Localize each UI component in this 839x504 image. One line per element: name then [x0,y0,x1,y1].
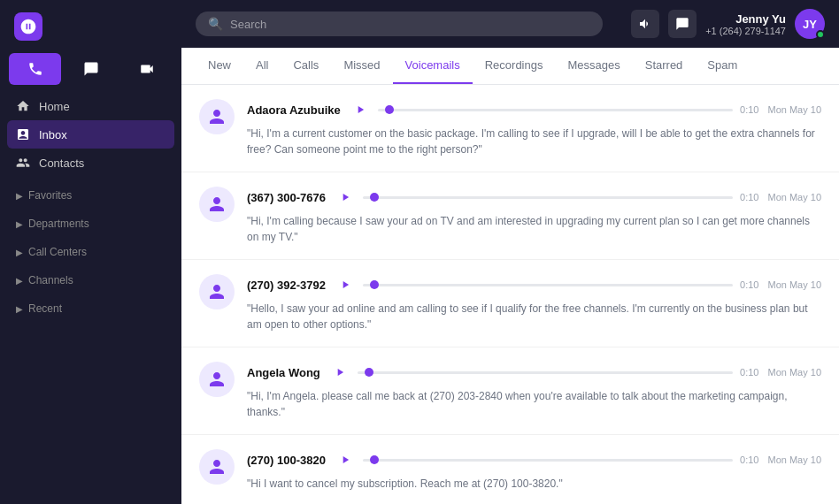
vm-caller-name: (270) 392-3792 [247,279,326,292]
vm-date: Mon May 10 [767,454,821,465]
voicemail-item: (270) 392-3792 0:10 Mon May 10 "Hello, I… [181,260,839,347]
logo-area [0,0,181,53]
vm-top: (270) 392-3792 0:10 Mon May 10 [247,274,821,295]
tab-missed[interactable]: Missed [331,48,392,84]
vm-progress-dot [385,105,394,114]
message-btn[interactable] [668,10,697,38]
sidebar-section-channels[interactable]: ▶ Channels [0,262,181,290]
voicemail-list: Adaora Azubuike 0:10 Mon May 10 "Hi, I'm… [181,85,839,504]
vm-play-button[interactable] [329,362,350,383]
vm-player: 0:10 [335,449,759,470]
vm-progress-bar[interactable] [358,371,733,374]
vm-transcript: "Hi, I'm calling because I saw your ad o… [247,213,821,245]
tab-starred[interactable]: Starred [633,48,696,84]
header-right: Jenny Yu +1 (264) 279-1147 JY [631,9,825,39]
sidebar-tab-bar [0,53,181,85]
vm-caller-name: Adaora Azubuike [247,103,341,117]
vm-player: 0:10 [329,362,759,383]
vm-transcript: "Hi, I'm a current customer on the basic… [247,126,821,157]
app-logo [14,12,42,41]
phone-tab-btn[interactable] [9,53,61,85]
search-input[interactable] [230,18,590,31]
vm-progress-bar[interactable] [363,284,733,286]
tab-recordings[interactable]: Recordings [473,48,556,84]
vm-top: Angela Wong 0:10 Mon May 10 [247,362,821,383]
sidebar-item-home[interactable]: Home [7,92,174,120]
vm-play-button[interactable] [335,449,356,470]
voicemail-item: (270) 100-3820 0:10 Mon May 10 "Hi I wan… [181,435,839,504]
chat-tab-btn[interactable] [65,53,117,85]
vm-caller-name: Angela Wong [247,366,320,379]
search-bar: 🔍 [196,11,603,36]
sidebar-section-favorites[interactable]: ▶ Favorites [0,177,181,205]
vm-top: (367) 300-7676 0:10 Mon May 10 [247,187,821,208]
vm-player: 0:10 [335,187,759,208]
sidebar-item-contacts[interactable]: Contacts [7,149,174,177]
tab-all[interactable]: All [243,48,281,84]
tab-calls[interactable]: Calls [281,48,331,84]
tab-messages[interactable]: Messages [555,48,632,84]
tab-spam[interactable]: Spam [695,48,750,84]
vm-progress-dot [370,280,379,289]
vm-transcript: "Hello, I saw your ad online and am call… [247,301,821,332]
speaker-btn[interactable] [631,10,659,38]
vm-progress-dot [370,455,379,464]
vm-avatar [199,362,235,397]
vm-progress-dot [365,368,373,377]
vm-player: 0:10 [335,274,759,295]
vm-date: Mon May 10 [767,104,821,115]
vm-play-button[interactable] [335,274,356,295]
vm-transcript: "Hi I want to cancel my subscription. Re… [247,476,821,492]
tab-new[interactable]: New [196,48,243,84]
online-indicator [816,30,825,39]
voicemail-item: Angela Wong 0:10 Mon May 10 "Hi, I'm Ang… [181,347,839,435]
vm-avatar [199,99,235,134]
vm-duration: 0:10 [740,454,758,465]
vm-date: Mon May 10 [767,279,821,290]
vm-play-button[interactable] [350,99,371,120]
vm-transcript: "Hi, I'm Angela. please call me back at … [247,388,821,420]
vm-top: (270) 100-3820 0:10 Mon May 10 [247,449,821,470]
vm-play-button[interactable] [335,187,356,208]
vm-top: Adaora Azubuike 0:10 Mon May 10 [247,99,821,120]
vm-duration: 0:10 [740,279,758,290]
user-name: Jenny Yu [705,12,786,26]
video-tab-btn[interactable] [120,53,173,85]
vm-progress-bar[interactable] [378,109,733,111]
vm-content: Angela Wong 0:10 Mon May 10 "Hi, I'm Ang… [247,362,821,420]
vm-progress-bar[interactable] [363,196,733,199]
content-tabs: New All Calls Missed Voicemails Recordin… [181,48,839,85]
voicemail-item: Adaora Azubuike 0:10 Mon May 10 "Hi, I'm… [181,85,839,172]
nav-items: Home Inbox Contacts [0,92,181,177]
vm-date: Mon May 10 [767,367,821,378]
vm-content: Adaora Azubuike 0:10 Mon May 10 "Hi, I'm… [247,99,821,157]
voicemail-item: (367) 300-7676 0:10 Mon May 10 "Hi, I'm … [181,172,839,260]
user-phone: +1 (264) 279-1147 [705,26,786,36]
sidebar-section-departments[interactable]: ▶ Departments [0,205,181,233]
vm-progress-bar[interactable] [363,459,733,462]
vm-content: (367) 300-7676 0:10 Mon May 10 "Hi, I'm … [247,187,821,245]
vm-caller-name: (367) 300-7676 [247,191,326,204]
sidebar-section-call-centers[interactable]: ▶ Call Centers [0,233,181,262]
vm-avatar [199,187,235,222]
vm-duration: 0:10 [740,367,758,378]
vm-avatar [199,449,235,485]
search-icon: 🔍 [208,17,223,31]
main-content: 🔍 Jenny Yu +1 (264) 279-1147 JY [181,0,839,504]
tab-voicemails[interactable]: Voicemails [393,48,473,84]
header: 🔍 Jenny Yu +1 (264) 279-1147 JY [181,0,839,48]
vm-player: 0:10 [350,99,759,120]
sidebar-section-recent[interactable]: ▶ Recent [0,290,181,318]
vm-date: Mon May 10 [767,192,821,202]
user-info: Jenny Yu +1 (264) 279-1147 [705,12,786,36]
vm-duration: 0:10 [740,192,758,202]
vm-content: (270) 392-3792 0:10 Mon May 10 "Hello, I… [247,274,821,332]
vm-progress-dot [370,193,379,202]
vm-caller-name: (270) 100-3820 [247,454,326,467]
sidebar: Home Inbox Contacts ▶ Favorites ▶ Depart… [0,0,181,504]
vm-duration: 0:10 [740,104,758,115]
vm-content: (270) 100-3820 0:10 Mon May 10 "Hi I wan… [247,449,821,492]
vm-avatar [199,274,235,309]
sidebar-item-inbox[interactable]: Inbox [7,120,174,149]
avatar-wrap: JY [795,9,825,39]
